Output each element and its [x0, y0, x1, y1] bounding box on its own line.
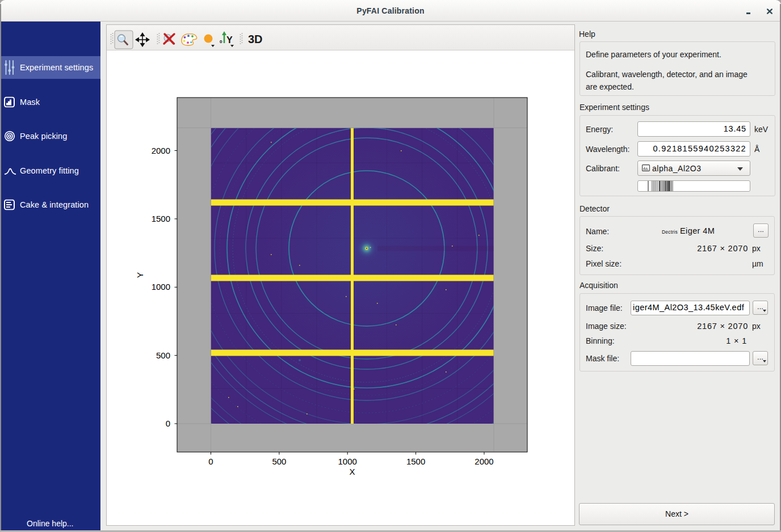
svg-text:3D: 3D: [248, 33, 263, 45]
svg-text:0: 0: [166, 419, 170, 428]
svg-text:500: 500: [156, 351, 170, 360]
svg-text:Y: Y: [135, 272, 145, 278]
svg-text:500: 500: [272, 457, 286, 466]
svg-text:2000: 2000: [475, 457, 493, 466]
svg-text:Y: Y: [226, 35, 233, 45]
svg-text:1500: 1500: [152, 214, 170, 223]
svg-text:1000: 1000: [152, 282, 170, 292]
svg-text:0: 0: [220, 39, 222, 44]
svg-text:2000: 2000: [152, 146, 170, 155]
svg-text:X: X: [349, 467, 355, 476]
svg-text:1000: 1000: [338, 457, 357, 466]
svg-text:1500: 1500: [406, 457, 425, 466]
svg-text:0: 0: [208, 457, 213, 466]
